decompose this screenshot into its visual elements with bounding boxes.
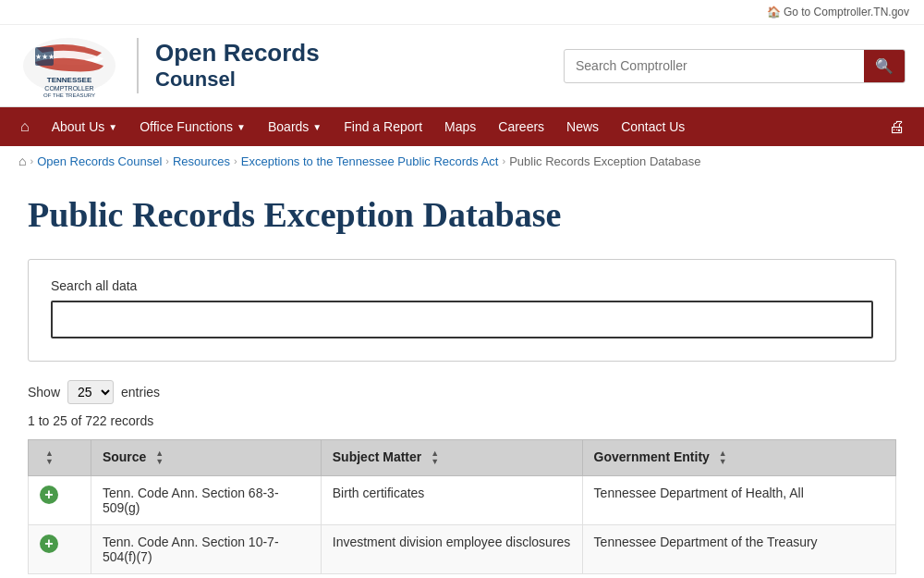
entries-label: entries [121,385,160,400]
row-1-subject: Birth certificates [321,475,582,524]
row-1-source: Tenn. Code Ann. Section 68-3-509(g) [91,475,321,524]
nav-find-report[interactable]: Find a Report [333,107,433,146]
row-2-entity: Tennessee Department of the Treasury [582,524,895,573]
show-label: Show [28,385,60,400]
table-controls: Show 25 50 100 entries [28,380,896,404]
breadcrumb-sep-3: › [502,155,505,166]
breadcrumb-resources[interactable]: Resources [173,154,230,168]
table-row: + Tenn. Code Ann. Section 68-3-509(g) Bi… [29,475,896,524]
col-subject-label: Subject Matter [333,449,421,464]
nav-about-us[interactable]: About Us ▼ [41,107,129,146]
logo-text: Open Records Counsel [155,40,320,92]
breadcrumb-sep-1: › [165,155,169,166]
svg-text:COMPTROLLER: COMPTROLLER [44,85,93,92]
home-icon: 🏠 [767,6,781,18]
svg-text:TENNESSEE: TENNESSEE [47,76,92,84]
row-1-entity: Tennessee Department of Health, All [582,475,895,524]
col-header-expand[interactable]: ▲▼ [29,439,91,475]
row-2-expand-cell: + [29,524,91,573]
table-body: + Tenn. Code Ann. Section 68-3-509(g) Bi… [29,475,896,573]
logo-subtitle: Counsel [155,68,320,92]
header: ★★★ TENNESSEE COMPTROLLER OF THE TREASUR… [0,25,924,107]
nav-careers[interactable]: Careers [487,107,555,146]
breadcrumb: ⌂ › Open Records Counsel › Resources › E… [0,146,924,176]
logo-title: Open Records [155,40,320,68]
page-title: Public Records Exception Database [28,194,896,237]
breadcrumb-exceptions[interactable]: Exceptions to the Tennessee Public Recor… [241,154,499,168]
nav-home[interactable]: ⌂ [9,107,41,146]
nav-contact[interactable]: Contact Us [610,107,696,146]
breadcrumb-open-records[interactable]: Open Records Counsel [37,154,162,168]
nav-office-functions[interactable]: Office Functions ▼ [128,107,257,146]
breadcrumb-current: Public Records Exception Database [509,154,700,168]
entries-select[interactable]: 25 50 100 [67,380,114,404]
top-bar: 🏠 Go to Comptroller.TN.gov [0,0,924,25]
col-source-label: Source [103,449,146,464]
sort-icon-3: ▲▼ [719,449,727,466]
svg-text:OF THE TREASURY: OF THE TREASURY [43,92,95,97]
data-search-input[interactable] [51,301,873,338]
comptroller-link[interactable]: Go to Comptroller.TN.gov [784,6,909,18]
print-button[interactable]: 🖨 [880,117,915,137]
row-2-subject: Investment division employee disclosures [321,524,582,573]
row-2-source: Tenn. Code Ann. Section 10-7-504(f)(7) [91,524,321,573]
main-nav: ⌂ About Us ▼ Office Functions ▼ Boards ▼… [0,107,924,146]
nav-maps[interactable]: Maps [433,107,487,146]
row-1-expand-button[interactable]: + [40,486,58,504]
col-entity-label: Government Entity [594,449,710,464]
row-2-expand-button[interactable]: + [40,535,58,553]
sort-icon-2: ▲▼ [431,449,439,466]
nav-news[interactable]: News [555,107,610,146]
sort-icon-1: ▲▼ [155,449,164,466]
logo-divider [137,38,139,93]
col-header-source[interactable]: Source ▲▼ [91,439,321,475]
header-search-input[interactable] [565,51,864,80]
row-1-expand-cell: + [29,475,91,524]
nav-boards[interactable]: Boards ▼ [257,107,333,146]
table-row: + Tenn. Code Ann. Section 10-7-504(f)(7)… [29,524,896,573]
records-count: 1 to 25 of 722 records [28,413,896,428]
data-table: ▲▼ Source ▲▼ Subject Matter ▲▼ Governmen… [28,439,896,574]
breadcrumb-sep-0: › [30,155,33,166]
col-header-subject[interactable]: Subject Matter ▲▼ [321,439,582,475]
svg-text:★★★: ★★★ [35,53,55,61]
logo-image: ★★★ TENNESSEE COMPTROLLER OF THE TREASUR… [18,34,120,97]
main-content: Public Records Exception Database Search… [0,176,924,578]
header-search-area[interactable]: 🔍 [564,49,906,83]
breadcrumb-sep-2: › [234,155,237,166]
table-header: ▲▼ Source ▲▼ Subject Matter ▲▼ Governmen… [29,439,896,475]
col-header-entity[interactable]: Government Entity ▲▼ [582,439,895,475]
logo-area: ★★★ TENNESSEE COMPTROLLER OF THE TREASUR… [18,34,320,97]
data-search-box: Search all data [28,259,896,362]
search-label: Search all data [51,278,873,293]
breadcrumb-home-icon: ⌂ [18,154,26,168]
sort-icon-0: ▲▼ [45,449,54,466]
header-search-button[interactable]: 🔍 [864,50,905,82]
